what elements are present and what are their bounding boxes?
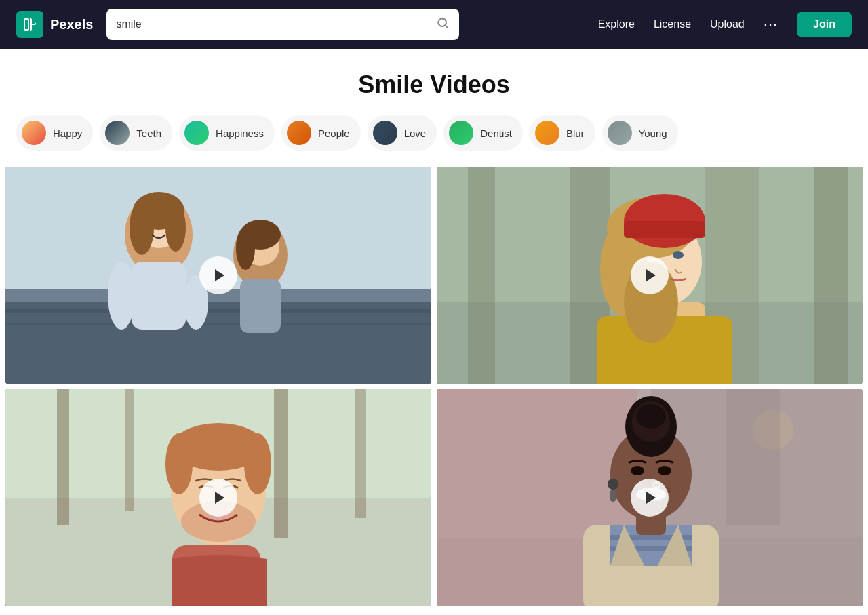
svg-rect-26: [814, 167, 848, 384]
svg-rect-5: [5, 309, 431, 313]
svg-rect-4: [5, 302, 431, 384]
nav-upload[interactable]: Upload: [710, 18, 745, 31]
svg-rect-12: [132, 262, 186, 330]
svg-rect-34: [624, 221, 705, 238]
svg-point-18: [236, 226, 255, 270]
category-happy[interactable]: Happy: [16, 115, 93, 151]
pexels-logo-svg: [22, 16, 38, 33]
join-button[interactable]: Join: [797, 12, 852, 37]
svg-point-70: [631, 466, 644, 475]
svg-point-71: [658, 466, 671, 475]
category-young[interactable]: Young: [602, 115, 678, 151]
play-icon-4: [643, 490, 659, 506]
category-label-happiness: Happiness: [216, 127, 264, 139]
avatar-people: [287, 121, 311, 145]
avatar-happiness: [184, 121, 209, 145]
categories-row: Happy Teeth Happiness People Love Dentis…: [0, 115, 868, 167]
svg-marker-36: [646, 269, 656, 281]
svg-marker-77: [646, 492, 656, 504]
svg-marker-20: [215, 269, 224, 281]
video-card-3[interactable]: [5, 389, 431, 606]
svg-point-48: [165, 433, 193, 494]
logo[interactable]: Pexels: [16, 11, 93, 38]
category-teeth[interactable]: Teeth: [100, 115, 172, 151]
svg-rect-19: [240, 279, 281, 333]
play-icon-1: [212, 267, 228, 283]
logo-text: Pexels: [50, 17, 93, 33]
play-icon-2: [643, 267, 659, 283]
play-button-4[interactable]: [631, 479, 669, 517]
category-happiness[interactable]: Happiness: [179, 115, 275, 151]
header: Pexels Explore License Upload ··· Join: [0, 0, 868, 49]
nav-license[interactable]: License: [654, 18, 691, 31]
video-card-1[interactable]: [5, 167, 431, 384]
svg-line-1: [446, 25, 448, 28]
play-button-2[interactable]: [631, 256, 669, 294]
svg-point-13: [108, 262, 135, 330]
svg-rect-58: [726, 389, 780, 525]
avatar-young: [608, 121, 632, 145]
category-love[interactable]: Love: [368, 115, 437, 151]
video-card-4[interactable]: [437, 389, 863, 606]
video-grid: [0, 167, 868, 606]
category-label-people: People: [318, 127, 350, 139]
svg-point-10: [130, 201, 154, 255]
svg-rect-39: [57, 389, 69, 525]
avatar-dentist: [449, 121, 473, 145]
nav-explore[interactable]: Explore: [598, 18, 635, 31]
svg-rect-6: [5, 323, 431, 325]
page-title: Smile Videos: [0, 49, 868, 115]
svg-rect-23: [468, 167, 495, 384]
category-label-dentist: Dentist: [480, 127, 512, 139]
category-label-young: Young: [639, 127, 667, 139]
category-people[interactable]: People: [281, 115, 361, 151]
svg-point-49: [244, 433, 271, 494]
svg-point-68: [608, 479, 618, 490]
avatar-teeth: [105, 121, 130, 145]
logo-icon: [16, 11, 43, 38]
svg-point-35: [673, 251, 684, 259]
svg-rect-42: [355, 389, 366, 518]
nav-more[interactable]: ···: [764, 16, 778, 33]
svg-rect-40: [125, 389, 134, 511]
svg-point-67: [636, 404, 666, 429]
play-button-1[interactable]: [199, 256, 237, 294]
category-dentist[interactable]: Dentist: [443, 115, 523, 151]
category-label-blur: Blur: [566, 127, 585, 139]
avatar-happy: [22, 121, 46, 145]
avatar-blur: [535, 121, 559, 145]
play-icon-3: [212, 490, 228, 506]
category-label-teeth: Teeth: [136, 127, 161, 139]
svg-marker-52: [215, 492, 224, 504]
category-blur[interactable]: Blur: [530, 115, 595, 151]
svg-rect-69: [610, 490, 616, 502]
search-icon[interactable]: [436, 16, 450, 33]
avatar-love: [373, 121, 397, 145]
nav: Explore License Upload ··· Join: [598, 12, 852, 37]
svg-rect-41: [274, 389, 288, 538]
video-card-2[interactable]: [437, 167, 863, 384]
category-label-love: Love: [404, 127, 427, 139]
category-label-happy: Happy: [53, 127, 82, 139]
search-input[interactable]: [116, 18, 436, 31]
search-bar: [106, 9, 459, 40]
play-button-3[interactable]: [199, 479, 237, 517]
svg-point-11: [165, 204, 186, 252]
